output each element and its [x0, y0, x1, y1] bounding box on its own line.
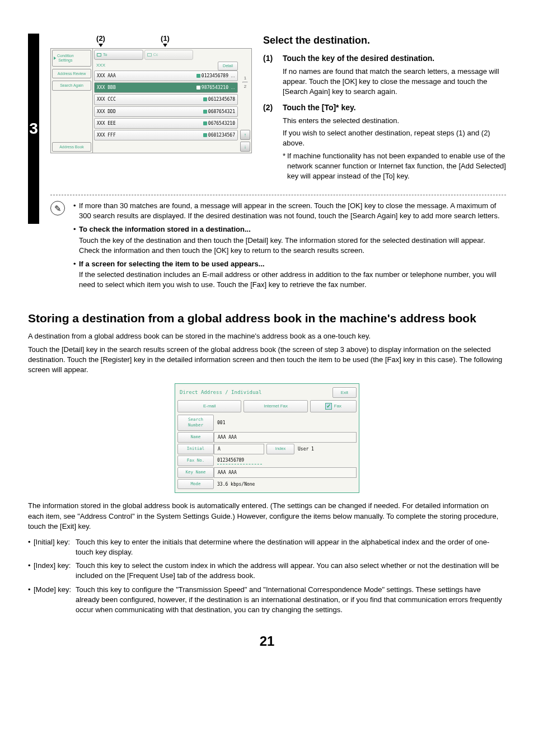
index-value: User 1	[294, 444, 357, 454]
keyname-value: AAA AAA	[214, 467, 357, 478]
footnote-star: *	[283, 151, 287, 182]
step-body: If you wish to select another destinatio…	[283, 128, 506, 148]
envelope-icon	[97, 53, 101, 57]
tip-text: Touch the key of the destination and the…	[79, 236, 506, 256]
list-item-selected[interactable]: XXX BBB 9876543210 …	[94, 82, 238, 93]
tip-title: To check the information stored in a des…	[79, 224, 506, 234]
phone-icon	[196, 74, 200, 78]
initial-label[interactable]: Initial	[177, 444, 214, 454]
tip-title: If a screen for selecting the item to be…	[79, 259, 506, 269]
search-number-value: 001	[214, 415, 357, 431]
phone-icon	[203, 97, 207, 101]
check-icon: ✓	[325, 403, 332, 410]
tab-fax[interactable]: ✓ Fax	[310, 400, 357, 412]
tip-text: If more than 30 matches are found, a mes…	[79, 201, 506, 221]
marker-1: (1)	[161, 34, 170, 44]
marker-2: (2)	[96, 34, 105, 44]
step-body: If no names are found that match the sea…	[283, 67, 506, 97]
arrow-down-icon	[99, 44, 103, 47]
ellipsis-icon: …	[231, 73, 235, 79]
step-number: (1)	[263, 53, 277, 64]
paragraph: A destination from a global address book…	[28, 331, 506, 341]
faxno-label[interactable]: Fax No.	[177, 456, 214, 466]
dialog-title: Direct Address / Individual	[180, 389, 261, 396]
step-heading: Select the destination.	[263, 34, 506, 48]
address-search-panel: Condition Settings Address Review Search…	[50, 48, 252, 153]
tab-internet-fax[interactable]: Internet Fax	[243, 400, 307, 412]
mode-label[interactable]: Mode	[177, 479, 214, 490]
ellipsis-icon: …	[231, 84, 235, 91]
to-button[interactable]: To	[94, 50, 143, 60]
list-item[interactable]: XXX CCC 0612345678	[94, 94, 238, 105]
step-number: (2)	[263, 102, 277, 114]
triangle-right-icon	[54, 57, 56, 60]
bullet: •	[73, 259, 79, 290]
phone-icon	[196, 86, 200, 90]
config-text: Touch this key to select the custom inde…	[76, 561, 506, 581]
bullet: •	[73, 201, 79, 221]
config-label: [Index] key:	[34, 561, 76, 581]
bullet: •	[28, 561, 34, 581]
config-label: [Initial] key:	[34, 537, 76, 557]
config-text: Touch this key to configure the "Transmi…	[76, 585, 506, 616]
chapter-number: 3	[29, 118, 38, 139]
bullet: •	[73, 224, 79, 256]
screenshot-panel: (2) (1) Condition Settings Address Revie…	[50, 34, 252, 187]
list-item[interactable]: XXX EEE 0676543210	[94, 118, 238, 129]
initial-value: A	[214, 444, 264, 454]
index-label[interactable]: Index	[266, 444, 294, 454]
tab-email[interactable]: E-mail	[177, 400, 241, 412]
faxno-value: 0123456789	[214, 456, 357, 466]
phone-icon	[203, 133, 207, 137]
cc-button[interactable]: Cc	[144, 50, 194, 60]
section-heading: Storing a destination from a global addr…	[28, 311, 506, 326]
page-number: 21	[28, 632, 506, 651]
direct-address-dialog: Direct Address / Individual Exit E-mail …	[175, 383, 359, 494]
config-text: Touch this key to enter the initials tha…	[76, 537, 506, 557]
list-item[interactable]: XXX AAA 0123456789 …	[94, 71, 238, 81]
config-label: [Mode] key:	[34, 585, 76, 616]
address-review-button[interactable]: Address Review	[52, 69, 91, 79]
divider	[50, 195, 506, 195]
name-value: AAA AAA	[214, 432, 357, 443]
document-icon	[147, 53, 152, 57]
exit-button[interactable]: Exit	[332, 387, 357, 398]
step-title: Touch the key of the desired destination…	[283, 53, 434, 64]
tip-text: If the selected destination includes an …	[79, 270, 506, 290]
detail-button[interactable]: Detail	[218, 62, 238, 71]
paragraph: Touch the [Detail] key in the search res…	[28, 345, 506, 375]
address-book-button[interactable]: Address Book	[52, 142, 91, 152]
search-number-label[interactable]: Search Number	[177, 415, 214, 431]
page-indicator: 12	[242, 75, 248, 90]
search-text: XXX	[94, 61, 238, 69]
scroll-up-button[interactable]: ↑	[240, 130, 250, 140]
phone-icon	[203, 121, 207, 125]
name-label[interactable]: Name	[177, 432, 214, 443]
chapter-tab: 3	[28, 34, 39, 224]
tip-icon: ✎	[50, 201, 65, 215]
search-again-button[interactable]: Search Again	[52, 81, 91, 91]
step-title: Touch the [To]* key.	[283, 102, 356, 114]
bullet: •	[28, 537, 34, 557]
scroll-down-button[interactable]: ↓	[240, 142, 250, 152]
list-item[interactable]: XXX DDD 0687654321	[94, 106, 238, 117]
mode-value: 33.6 kbps/None	[214, 479, 357, 490]
list-item[interactable]: XXX FFF 0601234567	[94, 130, 238, 140]
condition-settings-button[interactable]: Condition Settings	[52, 50, 91, 66]
bullet: •	[28, 585, 34, 616]
arrow-down-icon	[163, 44, 167, 47]
step-body: This enters the selected destination.	[283, 116, 506, 126]
footnote-text: If machine functionality has not been ex…	[287, 151, 506, 182]
keyname-label[interactable]: Key Name	[177, 467, 214, 478]
phone-icon	[203, 110, 207, 114]
paragraph: The information stored in the global add…	[28, 501, 506, 532]
